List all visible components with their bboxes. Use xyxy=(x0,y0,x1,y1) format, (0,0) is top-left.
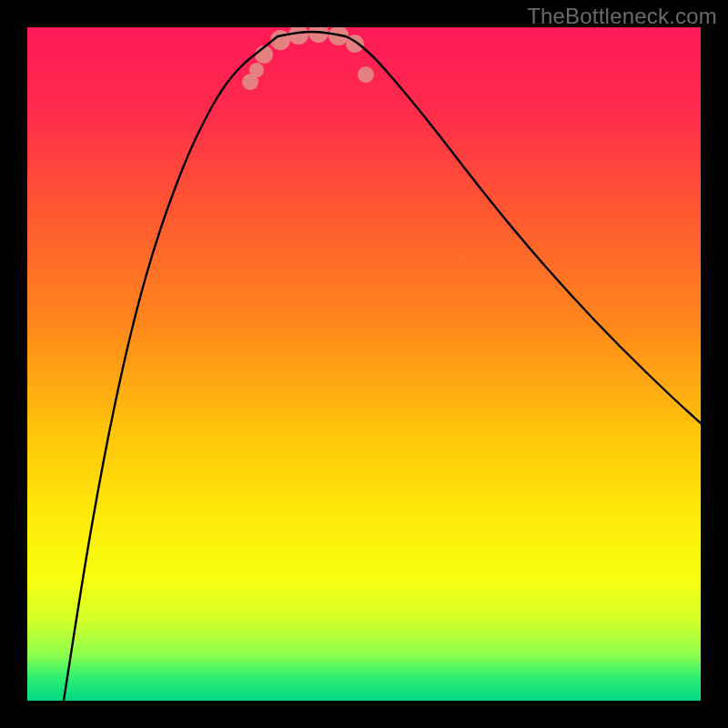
chart-frame: TheBottleneck.com xyxy=(0,0,728,728)
plot-area xyxy=(27,27,701,701)
bottleneck-curve xyxy=(64,32,701,701)
marker-left-upper xyxy=(249,63,264,77)
marker-bottom-2 xyxy=(288,27,308,45)
marker-right-gap xyxy=(358,66,374,83)
marker-group xyxy=(242,27,374,90)
watermark-text: TheBottleneck.com xyxy=(527,4,717,29)
marker-bottom-3 xyxy=(308,27,329,43)
curve-layer xyxy=(27,27,701,701)
